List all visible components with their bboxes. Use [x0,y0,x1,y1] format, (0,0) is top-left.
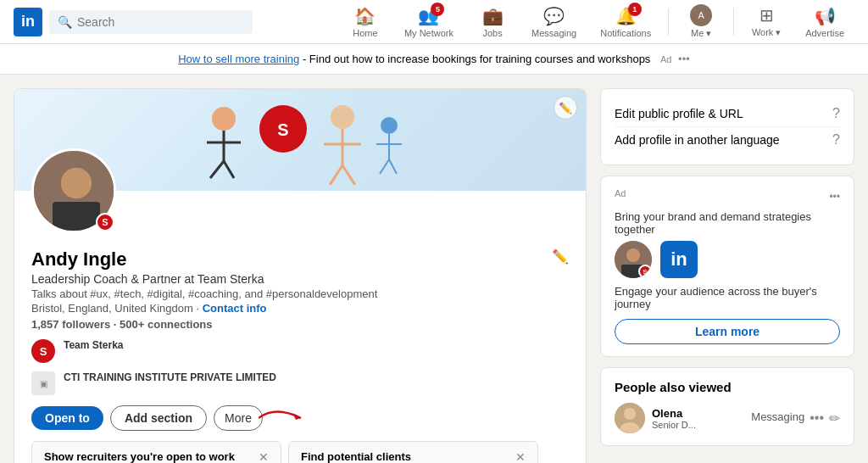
more-button[interactable]: More [214,405,263,431]
messaging-edit-button[interactable]: ✏ [829,410,840,427]
nav-item-notifications[interactable]: 🔔 1 Notifications [590,1,661,43]
person-info-olena: Olena Senior D... [652,407,696,430]
profile-hashtags: Talks about #ux, #tech, #digital, #coach… [31,287,377,300]
nav-item-advertise[interactable]: 📢 Advertise [795,1,854,43]
sidebar-ad-sub: Engage your audience across the buyer's … [615,285,840,310]
profile-tools-card: Edit public profile & URL ? Add profile … [600,88,854,165]
ad-options-dots[interactable]: ••• [829,191,840,203]
contact-info-link[interactable]: Contact info [203,302,267,315]
connections-count[interactable]: 500+ connections [120,318,212,331]
svg-point-12 [381,117,398,134]
nav-item-work[interactable]: ⊞ Work ▾ [741,0,792,43]
svg-line-15 [380,159,389,174]
person-role-olena: Senior D... [652,420,696,430]
profile-headline: Leadership Coach & Partner at Team Sterk… [31,272,377,286]
ad-banner-link[interactable]: How to sell more training [178,53,299,65]
company-name-1[interactable]: Team Sterka [64,339,123,363]
person-actions-messaging: Messaging ••• ✏ [751,410,840,427]
home-icon: 🏠 [354,6,376,26]
svg-point-28 [624,408,636,420]
svg-point-0 [212,107,236,131]
sidebar-ad-card: Ad ••• Bring your brand and demand strat… [600,176,854,357]
work-icon: ⊞ [760,5,774,25]
network-icon: 👥 5 [418,6,439,26]
nav-label-notifications: Notifications [600,28,651,38]
recruiter-card: ✕ Show recruiters you're open to work — … [31,441,281,463]
notifications-badge: 1 [628,3,642,16]
edit-public-profile-item[interactable]: Edit public profile & URL ? [615,101,840,127]
search-bar[interactable]: 🔍 [49,10,253,34]
followers-count[interactable]: 1,857 followers [31,318,110,331]
network-badge: 5 [431,3,444,16]
profile-card: S ✏️ [14,88,587,463]
search-input[interactable] [77,15,244,29]
company-name-2[interactable]: CTI TRAINING INSTITUTE PRIVATE LIMITED [64,371,276,395]
messaging-options-button[interactable]: ••• [810,410,824,427]
clients-card-title: Find potential clients [301,450,526,463]
people-also-viewed-card: People also viewed Olena Senior D... Mes… [600,367,854,446]
edit-public-profile-label: Edit public profile & URL [615,107,743,120]
info-cards-row: ✕ Show recruiters you're open to work — … [31,441,569,463]
arrow-annotation [259,401,309,435]
linkedin-logo[interactable]: in [14,8,42,36]
open-to-button[interactable]: Open to [31,406,103,430]
help-icon-1[interactable]: ? [832,106,840,121]
svg-line-11 [342,165,355,185]
clients-card-close[interactable]: ✕ [515,450,526,463]
banner-illustration: S [173,93,427,187]
messaging-icon: 💬 [543,6,565,26]
ad-banner: How to sell more training - Find out how… [0,44,868,75]
nav-items: 🏠 Home 👥 5 My Network 💼 Jobs 💬 Messaging… [340,0,854,44]
nav-label-messaging: Messaging [531,28,576,38]
profile-name: Andy Ingle [31,248,377,271]
advertise-icon: 📢 [815,6,836,26]
nav-item-network[interactable]: 👥 5 My Network [394,1,464,43]
main-layout: S ✏️ [0,75,868,463]
profile-stats: 1,857 followers · 500+ connections [31,318,377,331]
nav-item-home[interactable]: 🏠 Home [340,1,391,43]
add-section-button[interactable]: Add section [110,405,207,431]
profile-avatar-container: S [31,148,116,233]
messaging-label: Messaging [751,410,804,427]
nav-item-messaging[interactable]: 💬 Messaging [521,1,587,43]
sidebar-ad-avatar: S [615,241,652,278]
nav-label-home: Home [353,28,377,38]
sidebar-ad-content: S in [615,241,840,278]
profile-body: Andy Ingle Leadership Coach & Partner at… [14,242,586,463]
add-language-profile-item[interactable]: Add profile in another language ? [615,127,840,153]
more-button-container: More [214,405,263,431]
company-row: S Team Sterka [31,339,377,363]
avatar-status-badge: S [96,213,114,232]
svg-point-24 [626,248,640,262]
sidebar-ad-title: Bring your brand and demand strategies t… [615,210,840,236]
sidebar-ad-label: Ad [615,188,626,198]
company-row-2: ▣ CTI TRAINING INSTITUTE PRIVATE LIMITED [31,371,377,395]
svg-line-10 [330,165,342,185]
learn-more-button[interactable]: Learn more [615,319,840,344]
navbar: in 🔍 🏠 Home 👥 5 My Network 💼 Jobs 💬 Mess… [0,0,868,44]
notifications-icon: 🔔 1 [615,6,637,26]
nav-label-work: Work ▾ [752,27,782,38]
svg-line-4 [224,161,234,178]
team-sterka-icon: S [31,339,55,363]
nav-item-me[interactable]: A Me ▾ [676,0,726,44]
nav-divider-2 [733,8,734,36]
ad-options-icon[interactable]: ••• [678,53,690,65]
recruiter-card-close[interactable]: ✕ [259,450,269,463]
person-row: Olena Senior D... Messaging ••• ✏ [615,403,840,433]
edit-profile-button[interactable]: ✏️ [552,248,569,265]
add-language-profile-label: Add profile in another language [615,133,780,147]
svg-point-20 [61,168,92,198]
edit-banner-button[interactable]: ✏️ [554,96,577,120]
jobs-icon: 💼 [482,6,504,26]
nav-divider-1 [668,8,669,36]
nav-label-jobs: Jobs [482,28,502,38]
person-avatar-olena [615,403,645,433]
nav-item-jobs[interactable]: 💼 Jobs [467,1,518,43]
svg-text:S: S [277,120,288,139]
ad-label: Ad [660,54,671,64]
linkedin-ad-logo: in [660,241,698,278]
nav-label-advertise: Advertise [805,28,844,38]
svg-point-7 [331,105,354,129]
help-icon-2[interactable]: ? [832,132,840,148]
